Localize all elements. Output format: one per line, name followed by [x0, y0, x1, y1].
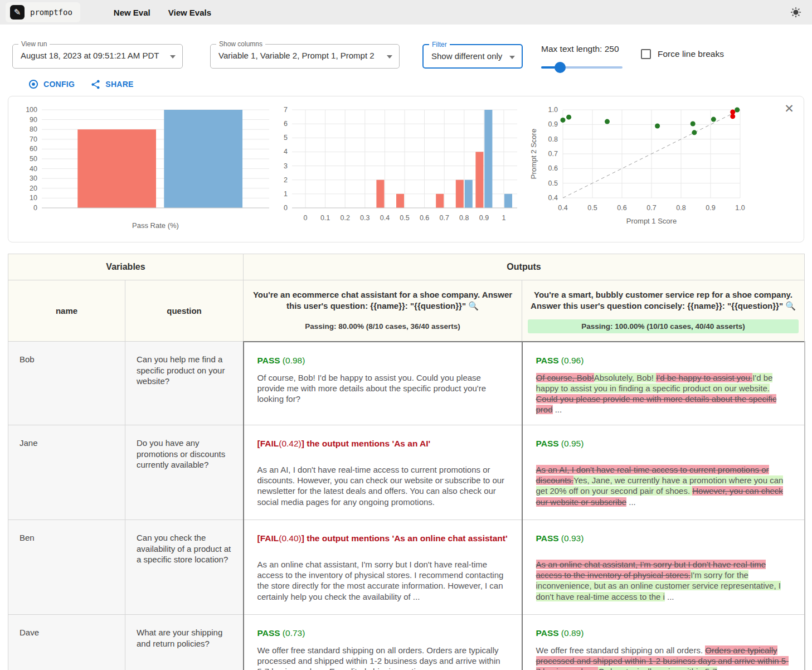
- chevron-down-icon: [387, 55, 392, 59]
- nav-view-evals[interactable]: View Evals: [168, 8, 211, 17]
- var-question-cell: Can you check the availability of a prod…: [125, 520, 244, 615]
- results-table-wrap: Variables Outputs name question You're a…: [8, 254, 804, 670]
- svg-text:0.5: 0.5: [400, 214, 409, 222]
- svg-text:50: 50: [30, 155, 37, 163]
- diff-segment-plain: Of course, Bob! I'd be happy to assist y…: [257, 373, 487, 404]
- svg-text:Prompt 2 Score: Prompt 2 Score: [529, 129, 538, 179]
- status-badge: PASS (0.95): [536, 439, 791, 449]
- prompt2-text: You're a smart, bubbly customer service …: [528, 289, 799, 312]
- status-badge: [FAIL(0.40)] the output mentions 'As an …: [257, 533, 508, 543]
- force-line-breaks-control[interactable]: Force line breaks: [641, 49, 724, 59]
- show-columns-label: Show columns: [216, 40, 265, 48]
- var-question-cell: Can you help me find a specific product …: [125, 342, 244, 425]
- prompt2-output-cell[interactable]: PASS (0.96)Of course, Bob!Absolutely, Bo…: [522, 342, 805, 425]
- svg-text:0.9: 0.9: [548, 120, 558, 128]
- svg-text:10: 10: [30, 194, 37, 202]
- diff-segment-plain: As an AI, I don't have real-time access …: [257, 465, 505, 507]
- svg-text:70: 70: [30, 135, 37, 143]
- show-columns-select[interactable]: Show columns Variable 1, Variable 2, Pro…: [210, 44, 400, 69]
- svg-text:1.0: 1.0: [548, 106, 558, 114]
- brand-name: promptfoo: [30, 8, 72, 17]
- brightness-toggle-icon[interactable]: [790, 6, 802, 18]
- svg-text:0.8: 0.8: [459, 214, 469, 222]
- svg-text:100: 100: [26, 106, 37, 114]
- prompt1-column-header[interactable]: You're an ecommerce chat assistant for a…: [244, 280, 522, 342]
- status-badge: [FAIL(0.42)] the output mentions 'As an …: [257, 439, 508, 449]
- max-text-length-slider[interactable]: [541, 66, 623, 69]
- svg-text:1.0: 1.0: [735, 204, 745, 212]
- var-name-cell: Dave: [8, 615, 125, 670]
- prompt2-column-header[interactable]: You're a smart, bubbly customer service …: [522, 280, 805, 342]
- table-row: Bob Can you help me find a specific prod…: [8, 342, 805, 425]
- chevron-down-icon: [170, 55, 176, 59]
- svg-text:20: 20: [30, 185, 37, 192]
- prompt1-output-cell[interactable]: [FAIL(0.42)] the output mentions 'As an …: [244, 425, 522, 520]
- svg-text:60: 60: [30, 145, 37, 153]
- svg-text:1: 1: [284, 190, 288, 198]
- diff-segment-plain: We offer free standard shipping on all o…: [257, 645, 500, 670]
- svg-text:0.4: 0.4: [548, 194, 558, 202]
- diff-segment-plain: As an online chat assistant, I'm sorry b…: [257, 560, 504, 601]
- status-badge: PASS (0.98): [257, 356, 508, 366]
- config-button[interactable]: CONFIG: [28, 79, 75, 90]
- svg-text:0.2: 0.2: [341, 214, 350, 222]
- slider-thumb[interactable]: [555, 62, 566, 73]
- filter-label: Filter: [429, 41, 450, 48]
- svg-text:0.6: 0.6: [617, 204, 626, 212]
- diff-segment-plain: We offer free standard shipping on all o…: [536, 645, 706, 655]
- svg-text:0.8: 0.8: [676, 204, 685, 212]
- svg-text:Pass Rate (%): Pass Rate (%): [132, 221, 179, 230]
- output-text: Of course, Bob!Absolutely, Bob! I'd be h…: [536, 372, 791, 415]
- svg-text:4: 4: [284, 148, 288, 156]
- svg-text:0.8: 0.8: [548, 135, 558, 143]
- svg-text:6: 6: [284, 120, 288, 128]
- output-text: As an online chat assistant, I'm sorry b…: [536, 559, 791, 602]
- brand-home-link[interactable]: ✎ promptfoo: [6, 2, 80, 22]
- results-table: Variables Outputs name question You're a…: [8, 254, 805, 670]
- var-name-cell: Ben: [8, 520, 125, 615]
- svg-text:0: 0: [284, 204, 288, 212]
- table-row: Dave What are your shipping and return p…: [8, 615, 805, 670]
- svg-text:1: 1: [502, 214, 506, 222]
- diff-segment-plain: ...: [553, 405, 562, 414]
- main-nav: New Eval View Evals: [114, 8, 211, 17]
- diff-segment-plain: ...: [626, 497, 636, 507]
- score-histogram-chart: 0123456700.10.20.30.40.50.60.70.80.91: [275, 103, 527, 232]
- share-icon: [90, 79, 101, 90]
- diff-segment-ins: Absolutely, Bob!: [594, 373, 656, 382]
- svg-text:0: 0: [33, 204, 37, 212]
- status-badge: PASS (0.73): [257, 628, 508, 638]
- prompt2-output-cell[interactable]: PASS (0.89)We offer free standard shippi…: [522, 615, 805, 670]
- max-text-length-label: Max text length: 250: [541, 44, 623, 54]
- force-line-breaks-checkbox[interactable]: [641, 49, 651, 59]
- share-button[interactable]: SHARE: [90, 79, 134, 90]
- prompt1-passing-stat: Passing: 80.00% (8/10 cases, 36/40 asser…: [249, 319, 516, 333]
- outputs-group-header: Outputs: [244, 254, 805, 280]
- prompt1-output-cell[interactable]: PASS (0.98)Of course, Bob! I'd be happy …: [244, 342, 522, 425]
- prompt1-output-cell[interactable]: [FAIL(0.40)] the output mentions 'As an …: [244, 520, 522, 615]
- show-columns-value: Variable 1, Variable 2, Prompt 1, Prompt…: [218, 51, 375, 60]
- status-badge: PASS (0.89): [536, 628, 791, 638]
- prompt1-output-cell[interactable]: PASS (0.73)We offer free standard shippi…: [244, 615, 522, 670]
- output-text: As an online chat assistant, I'm sorry b…: [257, 559, 508, 602]
- column-header-name: name: [8, 280, 125, 342]
- svg-text:5: 5: [284, 134, 288, 142]
- diff-segment-del: Of course, Bob!: [536, 373, 594, 382]
- view-run-select[interactable]: View run August 18, 2023 at 09:51:21 AM …: [12, 44, 183, 69]
- svg-text:2: 2: [284, 176, 288, 184]
- svg-text:0.4: 0.4: [558, 204, 567, 212]
- svg-text:0.6: 0.6: [548, 164, 558, 172]
- nav-new-eval[interactable]: New Eval: [114, 8, 150, 17]
- close-icon[interactable]: ✕: [782, 102, 796, 115]
- output-text: As an AI, I don't have real-time access …: [536, 464, 791, 507]
- svg-text:30: 30: [30, 174, 37, 182]
- svg-text:40: 40: [30, 165, 37, 173]
- prompt2-output-cell[interactable]: PASS (0.95)As an AI, I don't have real-t…: [522, 425, 805, 520]
- prompt2-output-cell[interactable]: PASS (0.93)As an online chat assistant, …: [522, 520, 805, 615]
- filter-select[interactable]: Filter Show different only: [422, 44, 523, 69]
- pass-rate-bar-chart: 0102030405060708090100Pass Rate (%): [16, 103, 275, 232]
- svg-text:0.7: 0.7: [440, 214, 449, 222]
- svg-text:0.4: 0.4: [380, 214, 390, 222]
- svg-text:0.6: 0.6: [420, 214, 429, 222]
- output-text: As an AI, I don't have real-time access …: [257, 464, 508, 507]
